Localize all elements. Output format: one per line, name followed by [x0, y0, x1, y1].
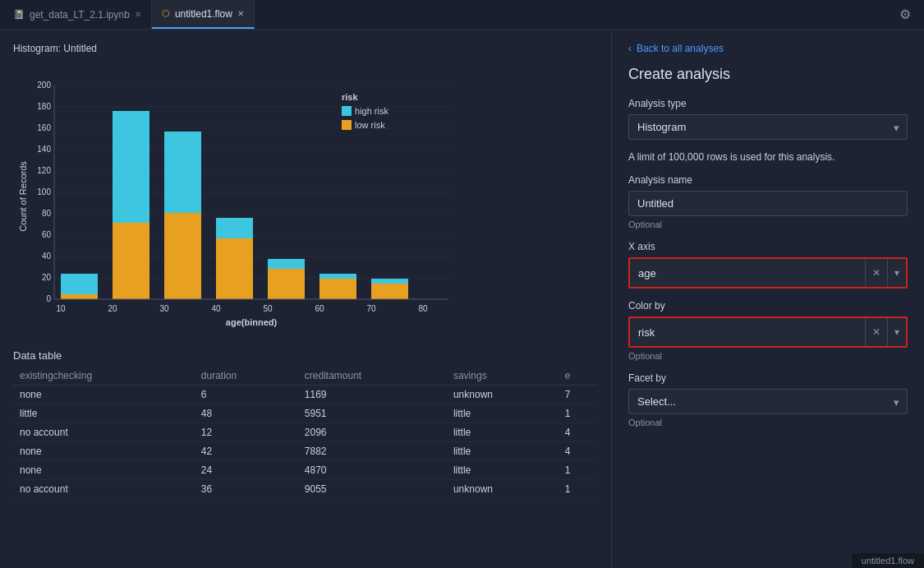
analysis-name-optional: Optional — [628, 219, 908, 229]
panel-title: Create analysis — [628, 66, 908, 83]
info-text: A limit of 100,000 rows is used for this… — [628, 151, 908, 163]
color-by-group: Color by ✕ ▾ Optional — [628, 300, 908, 361]
color-by-clear-button[interactable]: ✕ — [865, 318, 887, 346]
legend: risk high risk low risk — [342, 92, 388, 130]
col-savings: savings — [447, 367, 559, 386]
svg-text:40: 40 — [42, 252, 52, 261]
bar-low-5 — [319, 279, 356, 299]
svg-text:Count of Records: Count of Records — [18, 161, 28, 232]
svg-text:60: 60 — [42, 230, 52, 239]
back-link[interactable]: ‹ Back to all analyses — [628, 43, 908, 54]
table-cell: none — [13, 461, 195, 480]
tab-bar: 📓 get_data_LT_2.1.ipynb ✕ ⬡ untitled1.fl… — [0, 0, 924, 30]
tab-notebook[interactable]: 📓 get_data_LT_2.1.ipynb ✕ — [3, 0, 152, 29]
gear-icon[interactable]: ⚙ — [890, 7, 921, 22]
table-cell: 7 — [559, 386, 598, 404]
analysis-name-group: Analysis name Optional — [628, 174, 908, 229]
svg-text:40: 40 — [211, 304, 221, 313]
svg-text:high risk: high risk — [355, 106, 388, 116]
x-axis-input[interactable] — [630, 261, 865, 285]
svg-text:0: 0 — [46, 294, 51, 303]
bar-high-4 — [268, 259, 305, 269]
bar-low-6 — [371, 284, 408, 299]
svg-text:10: 10 — [56, 304, 66, 313]
table-row: none427882little4 — [13, 442, 598, 461]
bar-high-2 — [164, 132, 201, 213]
table-cell: 1 — [559, 461, 598, 480]
table-cell: 1169 — [298, 386, 447, 404]
svg-text:low risk: low risk — [355, 120, 385, 130]
analysis-type-select-wrapper: Histogram Scatter Bar Chart Line Chart — [628, 114, 908, 140]
bottom-bar: untitled1.flow — [852, 553, 924, 568]
bar-low-3 — [216, 238, 253, 299]
table-cell: little — [447, 461, 559, 480]
table-cell: 7882 — [298, 442, 447, 461]
table-cell: none — [13, 386, 195, 404]
analysis-type-label: Analysis type — [628, 98, 908, 109]
table-cell: 1 — [559, 480, 598, 499]
table-body: none61169unknown7little485951little1no a… — [13, 386, 598, 499]
bar-low-2 — [164, 213, 201, 299]
table-cell: 4870 — [298, 461, 447, 480]
tab-flow-close[interactable]: ✕ — [237, 9, 244, 18]
back-link-label: Back to all analyses — [637, 43, 724, 54]
svg-rect-35 — [342, 106, 352, 116]
svg-text:age(binned): age(binned) — [226, 317, 278, 327]
table-cell: little — [13, 404, 195, 423]
data-table-title: Data table — [13, 343, 598, 367]
svg-text:80: 80 — [42, 209, 52, 218]
table-header-row: existingchecking duration creditamount s… — [13, 367, 598, 386]
tab-flow[interactable]: ⬡ untitled1.flow ✕ — [152, 0, 255, 29]
x-axis-clear-button[interactable]: ✕ — [865, 259, 887, 287]
chevron-left-icon: ‹ — [628, 43, 632, 54]
col-creditamount: creditamount — [298, 367, 447, 386]
bottom-bar-text: untitled1.flow — [862, 556, 914, 566]
svg-rect-37 — [342, 120, 352, 130]
svg-text:180: 180 — [37, 102, 51, 111]
table-cell: no account — [13, 480, 195, 499]
color-by-input[interactable] — [630, 321, 865, 344]
table-cell: 2096 — [298, 423, 447, 442]
table-cell: 1 — [559, 404, 598, 423]
bar-high-0 — [61, 274, 98, 294]
table-cell: little — [447, 404, 559, 423]
table-cell: unknown — [447, 480, 559, 499]
col-e: e — [559, 367, 598, 386]
analysis-type-group: Analysis type Histogram Scatter Bar Char… — [628, 98, 908, 140]
x-axis-group: X axis ✕ ▾ — [628, 241, 908, 289]
svg-text:30: 30 — [159, 304, 169, 313]
x-axis-label: X axis — [628, 241, 908, 252]
svg-text:120: 120 — [37, 166, 51, 175]
bar-high-3 — [216, 218, 253, 238]
facet-by-select[interactable]: Select... — [628, 389, 908, 414]
bar-low-1 — [113, 223, 149, 299]
table-cell: 9055 — [298, 480, 447, 499]
data-table: existingchecking duration creditamount s… — [13, 367, 598, 499]
analysis-name-input[interactable] — [628, 191, 908, 216]
chart-title: Histogram: Untitled — [13, 43, 595, 54]
x-axis-dropdown-button[interactable]: ▾ — [887, 259, 906, 287]
tab-notebook-close[interactable]: ✕ — [135, 10, 141, 19]
chart-inner: Count of Records — [13, 61, 595, 335]
table-cell: no account — [13, 423, 195, 442]
chart-area: Histogram: Untitled Count of Records — [0, 30, 611, 343]
svg-text:140: 140 — [37, 145, 51, 154]
svg-text:60: 60 — [315, 304, 324, 313]
histogram-svg: Count of Records — [13, 61, 473, 332]
bar-low-4 — [268, 269, 305, 299]
facet-by-optional: Optional — [628, 418, 908, 427]
facet-by-group: Facet by Select... Optional — [628, 372, 908, 427]
flow-icon: ⬡ — [162, 8, 170, 19]
table-cell: 36 — [195, 480, 298, 499]
table-cell: 5951 — [298, 404, 447, 423]
table-row: little485951little1 — [13, 404, 598, 423]
svg-text:200: 200 — [37, 81, 51, 90]
bar-high-6 — [371, 279, 408, 284]
analysis-type-select[interactable]: Histogram Scatter Bar Chart Line Chart — [628, 114, 908, 140]
x-axis-field: ✕ ▾ — [628, 257, 908, 289]
color-by-dropdown-button[interactable]: ▾ — [887, 318, 906, 346]
svg-text:risk: risk — [342, 92, 358, 102]
svg-text:70: 70 — [366, 304, 376, 313]
svg-text:20: 20 — [108, 304, 117, 313]
left-panel: Histogram: Untitled Count of Records — [0, 30, 612, 568]
